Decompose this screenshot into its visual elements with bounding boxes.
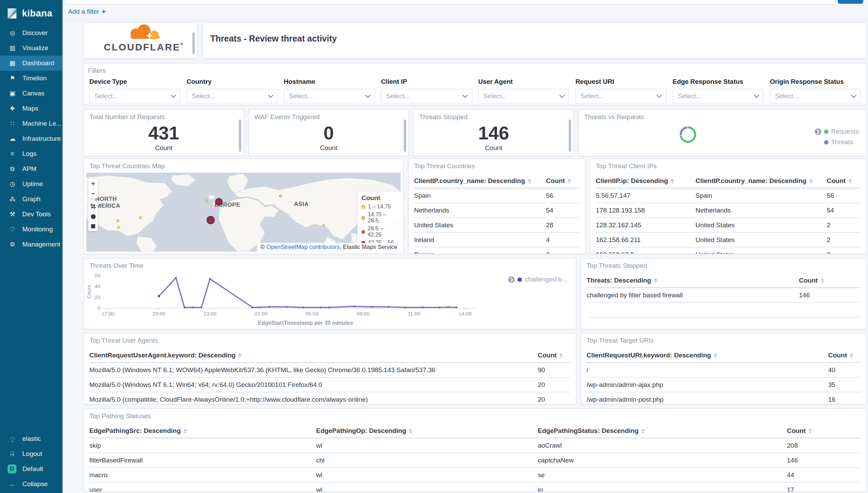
- sidebar-item-dev-tools[interactable]: ⚒Dev Tools: [0, 207, 63, 222]
- update-button-remnant[interactable]: [838, 0, 863, 4]
- metric-value: 146: [414, 122, 574, 144]
- add-filter-button[interactable]: Add a filter +: [68, 8, 106, 16]
- map-marker-netherlands[interactable]: [215, 198, 223, 206]
- sidebar-item-apm[interactable]: ⧉APM: [0, 161, 63, 176]
- sidebar-item-canvas[interactable]: ▣Canvas: [0, 86, 63, 101]
- map-marker-russia[interactable]: [279, 195, 282, 197]
- map-marker-united-kingdom[interactable]: [205, 199, 208, 202]
- line-chart[interactable]: 17:0020:0023:0002:0005:0008:0011:0014:00…: [84, 259, 576, 329]
- legend-item-requests[interactable]: ❯ Requests: [815, 128, 859, 135]
- column-header[interactable]: Threats: Descending: [587, 277, 799, 284]
- filter-field-device-type: Device Type Select...: [89, 78, 180, 103]
- sidebar-item-dashboard[interactable]: ▦Dashboard: [0, 56, 63, 71]
- sort-icon[interactable]: [528, 179, 531, 184]
- sort-icon[interactable]: [850, 353, 853, 358]
- sort-icon[interactable]: [641, 429, 645, 434]
- zoom-out-button[interactable]: −: [88, 189, 98, 198]
- crop-tool-button[interactable]: [88, 202, 98, 211]
- filter-field-hostname: Hostname Select...: [284, 78, 375, 103]
- sort-icon[interactable]: [654, 278, 657, 283]
- table-header: EdgePathingSrc: DescendingEdgePathingOp:…: [89, 424, 861, 438]
- sidebar-item-infrastructure[interactable]: ☁Infrastructure: [0, 131, 63, 146]
- map-marker-us-south-2[interactable]: [117, 226, 120, 229]
- filter-select[interactable]: Select...: [478, 89, 569, 103]
- column-header[interactable]: Count: [787, 427, 861, 435]
- sidebar-item-logs[interactable]: ≡Logs: [0, 146, 63, 161]
- sort-icon[interactable]: [671, 179, 674, 184]
- column-header[interactable]: ClientIP.ip: Descending: [596, 177, 695, 185]
- sidebar-item-uptime[interactable]: ◷Uptime: [0, 176, 63, 192]
- map-marker-china[interactable]: [322, 225, 325, 227]
- sidebar-item-collapse[interactable]: ←Collapse: [0, 477, 63, 492]
- column-header[interactable]: Count: [828, 352, 861, 359]
- table-cell: ip: [538, 486, 787, 492]
- sidebar-item-logout[interactable]: ⍈Logout: [0, 446, 63, 461]
- filter-select[interactable]: Select...: [89, 89, 180, 103]
- column-header[interactable]: ClientIP.country_name: Descending: [414, 177, 546, 185]
- table-cell: 16: [828, 396, 861, 403]
- legend-item-challenged[interactable]: ❯ challenged b...: [508, 276, 567, 283]
- column-header[interactable]: ClientIP.country_name: Descending: [695, 177, 827, 185]
- sort-icon[interactable]: [821, 278, 824, 283]
- sidebar-item-monitoring[interactable]: ♡Monitoring: [0, 222, 63, 237]
- legend-bin-dot-icon: [361, 216, 365, 220]
- map-draw-tools: [88, 202, 98, 231]
- filter-select[interactable]: Select...: [381, 89, 472, 103]
- sort-icon[interactable]: [409, 429, 412, 434]
- osm-link[interactable]: OpenStreetMap contributors,: [266, 244, 341, 250]
- sidebar-item-visualize[interactable]: ▥Visualize: [0, 41, 63, 56]
- kibana-brand[interactable]: kibana: [0, 0, 63, 25]
- filter-select[interactable]: Select...: [770, 89, 861, 103]
- sort-icon[interactable]: [568, 179, 571, 184]
- panel-scrollbar[interactable]: [239, 119, 241, 152]
- column-header[interactable]: EdgePathingOp: Descending: [316, 427, 538, 435]
- column-header[interactable]: Count: [799, 277, 861, 284]
- sort-icon[interactable]: [559, 353, 563, 358]
- column-header[interactable]: EdgePathingSrc: Descending: [89, 427, 316, 435]
- legend-item-threats[interactable]: Threats: [824, 138, 853, 146]
- map-marker-spain[interactable]: [207, 216, 215, 224]
- sidebar-item-default[interactable]: DDefault: [0, 461, 63, 477]
- sort-icon[interactable]: [848, 179, 852, 184]
- sidebar-item-machine-le[interactable]: ∷Machine Le...: [0, 116, 63, 131]
- column-header[interactable]: Count: [538, 352, 570, 359]
- legend-expand-icon[interactable]: ❯: [508, 276, 515, 283]
- query-bar-remnant[interactable]: [65, 0, 836, 4]
- panel-title: Top Threat Target URIs: [581, 333, 866, 344]
- panel-scrollbar[interactable]: [192, 32, 195, 54]
- sidebar-item-timelion[interactable]: ⚑Timelion: [0, 71, 63, 86]
- sidebar-item-management[interactable]: ⚙Management: [0, 237, 63, 252]
- column-header[interactable]: EdgePathingStatus: Descending: [538, 427, 787, 435]
- filter-label: Hostname: [284, 78, 375, 85]
- filter-select[interactable]: Select...: [575, 89, 666, 103]
- column-header[interactable]: Count: [546, 177, 580, 185]
- sort-icon[interactable]: [714, 353, 717, 358]
- filter-select[interactable]: Select...: [187, 89, 278, 103]
- zoom-in-button[interactable]: +: [88, 179, 98, 189]
- panel-scrollbar[interactable]: [569, 119, 571, 152]
- map-marker-us-east[interactable]: [139, 216, 142, 219]
- filter-select[interactable]: Select...: [284, 89, 375, 103]
- panel-scrollbar[interactable]: [404, 119, 406, 152]
- sidebar-item-graph[interactable]: ⁂Graph: [0, 192, 63, 207]
- sort-icon[interactable]: [183, 429, 187, 434]
- filter-field-client-ip: Client IP Select...: [381, 78, 472, 103]
- column-header[interactable]: ClientRequestURI.keyword: Descending: [587, 352, 828, 359]
- filter-select[interactable]: Select...: [672, 89, 764, 103]
- sidebar-item-maps[interactable]: ❖Maps: [0, 101, 63, 116]
- sort-icon[interactable]: [809, 179, 813, 184]
- rectangle-tool-button[interactable]: [88, 221, 98, 231]
- table-row: challenged by filter based firewall146: [587, 288, 861, 303]
- sort-icon[interactable]: [809, 429, 812, 434]
- polygon-tool-button[interactable]: [88, 211, 98, 221]
- apm-icon: ⧉: [8, 165, 16, 173]
- world-map[interactable]: NORTH AMERICAEUROPEASIA + −: [86, 173, 401, 252]
- sort-icon[interactable]: [238, 353, 242, 358]
- table-cell: 162.158.67.8: [596, 251, 695, 254]
- legend-expand-icon[interactable]: ❯: [815, 128, 821, 135]
- map-marker-us-south-1[interactable]: [116, 219, 119, 222]
- column-header[interactable]: ClientRequestUserAgent.keyword: Descendi…: [89, 352, 538, 359]
- sidebar-item-elastic[interactable]: ⍜elastic: [0, 431, 63, 446]
- column-header[interactable]: Count: [827, 177, 861, 185]
- sidebar-item-discover[interactable]: ◎Discover: [0, 25, 63, 41]
